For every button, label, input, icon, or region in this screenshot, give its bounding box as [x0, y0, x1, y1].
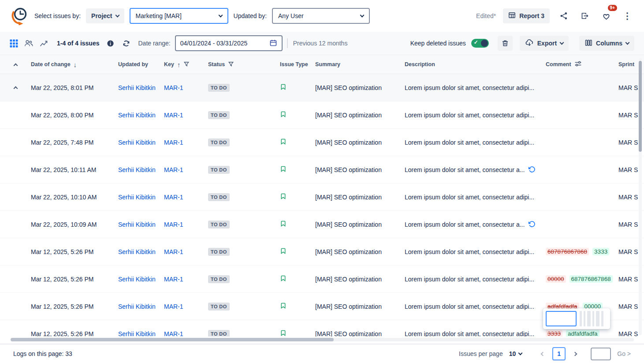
updated-by-link[interactable]: Serhii Kibitkin — [118, 112, 156, 119]
export-button[interactable]: Export — [520, 36, 569, 51]
table-row[interactable]: Mar 12, 2025, 5:26 PM Serhii Kibitkin MA… — [0, 238, 644, 266]
refresh-icon[interactable] — [122, 39, 130, 48]
footer: Logs on this page: 33 Issues per page 10… — [0, 344, 644, 363]
updated-by-link[interactable]: Serhii Kibitkin — [118, 248, 156, 255]
more-menu-icon[interactable]: ⋮ — [620, 11, 634, 21]
share-icon[interactable] — [557, 9, 571, 23]
project-select[interactable]: Marketing [MAR] — [130, 8, 228, 24]
keep-deleted-label: Keep deleted issues — [410, 40, 466, 47]
drag-preview-selected-box — [546, 311, 577, 326]
filter-funnel-icon[interactable] — [183, 61, 190, 68]
sort-asc-icon[interactable]: ↑ — [177, 61, 181, 68]
columns-button[interactable]: Columns — [579, 36, 634, 51]
issue-key-link[interactable]: MAR-1 — [164, 194, 183, 201]
status-badge: TO DO — [208, 330, 230, 337]
updated-by-link[interactable]: Serhii Kibitkin — [118, 330, 156, 337]
users-view-icon[interactable] — [24, 39, 33, 48]
select-issues-by-label: Select issues by: — [34, 12, 81, 19]
summary-text: [MAR] SEO optimization — [315, 194, 405, 201]
calendar-icon[interactable] — [269, 39, 277, 48]
issue-key-link[interactable]: MAR-1 — [164, 84, 183, 91]
date-range-input[interactable]: 04/01/2024 - 03/31/2025 — [175, 35, 283, 51]
toggle-knob — [481, 40, 488, 47]
story-type-icon — [280, 329, 287, 337]
filter-funnel-icon[interactable] — [228, 61, 234, 68]
story-type-icon — [280, 193, 287, 201]
favorites-heart-icon[interactable]: 9+ — [599, 9, 613, 23]
table-row[interactable]: Mar 22, 2025, 10:09 AM Serhii Kibitkin M… — [0, 211, 644, 238]
story-type-icon — [280, 83, 287, 92]
vertical-scrollbar-thumb[interactable] — [639, 61, 642, 152]
export-report-icon[interactable] — [578, 9, 592, 23]
change-date: Mar 22, 2025, 10:10 AM — [31, 194, 118, 201]
issue-key-link[interactable]: MAR-1 — [164, 221, 183, 228]
updated-by-link[interactable]: Serhii Kibitkin — [118, 166, 156, 173]
description-text: Lorem ipsum dolor sit amet, consectetur … — [405, 330, 534, 337]
horizontal-scrollbar-thumb[interactable] — [11, 338, 334, 341]
table-header: Date of change ↓ Updated by Key ↑ Status… — [0, 55, 644, 74]
updated-by-link[interactable]: Serhii Kibitkin — [118, 221, 156, 228]
status-badge: TO DO — [208, 84, 230, 92]
issue-key-link[interactable]: MAR-1 — [164, 276, 183, 283]
logs-count-label: Logs on this page: 33 — [13, 350, 72, 357]
chevron-down-icon — [518, 351, 523, 355]
summary-text: [MAR] SEO optimization — [315, 276, 405, 283]
user-select[interactable]: Any User — [272, 8, 370, 24]
comment-removed-text: 00000 — [546, 275, 566, 283]
story-type-icon — [280, 111, 287, 119]
change-date: Mar 22, 2025, 10:09 AM — [31, 221, 118, 228]
restore-icon[interactable] — [528, 165, 536, 174]
chevron-down-icon — [625, 40, 630, 45]
current-page-button[interactable]: 1 — [552, 347, 566, 360]
collapse-row-icon[interactable] — [13, 86, 18, 90]
prev-page-button[interactable] — [540, 351, 546, 357]
summary-text: [MAR] SEO optimization — [315, 303, 405, 310]
issue-key-link[interactable]: MAR-1 — [164, 112, 183, 119]
story-type-icon — [280, 138, 287, 146]
page-size-select[interactable]: 10 — [509, 350, 522, 357]
keep-deleted-toggle[interactable]: ✓ — [471, 39, 489, 48]
table-row[interactable]: Mar 22, 2025, 8:00 PM Serhii Kibitkin MA… — [0, 101, 644, 129]
comment-filter-settings-icon[interactable] — [574, 60, 582, 69]
table-row[interactable]: Mar 22, 2025, 7:48 PM Serhii Kibitkin MA… — [0, 129, 644, 156]
issue-key-link[interactable]: MAR-1 — [164, 248, 183, 255]
top-bar: Select issues by: Project Marketing [MAR… — [0, 0, 644, 32]
change-date: Mar 12, 2025, 5:26 PM — [31, 303, 118, 310]
story-type-icon — [280, 275, 287, 283]
column-updated-by: Updated by — [118, 61, 164, 67]
collapse-all-icon[interactable] — [13, 63, 18, 67]
issue-key-link[interactable]: MAR-1 — [164, 330, 183, 337]
table-row[interactable]: Mar 22, 2025, 8:01 PM Serhii Kibitkin MA… — [0, 74, 644, 101]
comment-added-text: 687876867868 — [570, 275, 613, 283]
updated-by-link[interactable]: Serhii Kibitkin — [118, 84, 156, 91]
drag-preview-bars — [580, 311, 603, 326]
updated-by-link[interactable]: Serhii Kibitkin — [118, 303, 156, 310]
status-badge: TO DO — [208, 193, 230, 201]
sort-desc-icon[interactable]: ↓ — [74, 61, 77, 68]
updated-by-link[interactable]: Serhii Kibitkin — [118, 194, 156, 201]
updated-by-link[interactable]: Serhii Kibitkin — [118, 276, 156, 283]
updated-by-link[interactable]: Serhii Kibitkin — [118, 139, 156, 146]
issue-key-link[interactable]: MAR-1 — [164, 139, 183, 146]
table-row[interactable]: Mar 22, 2025, 10:11 AM Serhii Kibitkin M… — [0, 156, 644, 183]
delete-button[interactable] — [498, 36, 513, 51]
next-page-button[interactable] — [572, 351, 578, 357]
chart-view-icon[interactable] — [39, 39, 48, 48]
summary-text: [MAR] SEO optimization — [315, 248, 405, 255]
page-jump-input[interactable] — [591, 348, 611, 360]
report-button[interactable]: Report 3 — [503, 8, 550, 23]
restore-icon[interactable] — [528, 220, 536, 229]
go-to-page-button[interactable]: Go > — [617, 350, 631, 357]
change-date: Mar 12, 2025, 5:26 PM — [31, 330, 118, 337]
table-row[interactable]: Mar 22, 2025, 10:10 AM Serhii Kibitkin M… — [0, 183, 644, 211]
issue-key-link[interactable]: MAR-1 — [164, 303, 183, 310]
description-text: Lorem ipsum dolor sit amet, consectetur … — [405, 112, 534, 119]
summary-text: [MAR] SEO optimization — [315, 139, 405, 146]
table-row[interactable]: Mar 12, 2025, 5:26 PM Serhii Kibitkin MA… — [0, 266, 644, 293]
story-type-icon — [280, 302, 287, 311]
summary-text: [MAR] SEO optimization — [315, 166, 405, 173]
issue-key-link[interactable]: MAR-1 — [164, 166, 183, 173]
grid-view-icon[interactable] — [10, 39, 18, 48]
info-icon[interactable] — [107, 40, 114, 47]
select-by-project-button[interactable]: Project — [86, 8, 124, 23]
